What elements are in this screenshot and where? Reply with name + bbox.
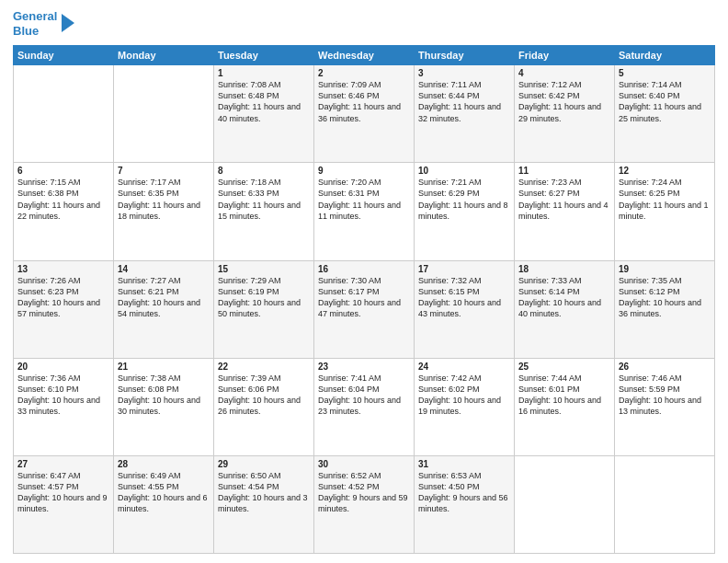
calendar-cell: 27Sunrise: 6:47 AMSunset: 4:57 PMDayligh… xyxy=(14,455,114,553)
calendar-cell: 9Sunrise: 7:20 AMSunset: 6:31 PMDaylight… xyxy=(314,163,415,260)
calendar-cell xyxy=(615,455,715,553)
day-info: Sunrise: 6:50 AMSunset: 4:54 PMDaylight:… xyxy=(218,470,310,515)
day-number: 7 xyxy=(118,166,210,176)
day-number: 23 xyxy=(318,362,410,372)
calendar-cell xyxy=(515,455,615,553)
day-info: Sunrise: 7:30 AMSunset: 6:17 PMDaylight:… xyxy=(318,275,410,320)
day-info: Sunrise: 7:11 AMSunset: 6:44 PMDaylight:… xyxy=(418,79,510,124)
calendar-week-row: 6Sunrise: 7:15 AMSunset: 6:38 PMDaylight… xyxy=(14,163,715,260)
day-info: Sunrise: 7:21 AMSunset: 6:29 PMDaylight:… xyxy=(418,177,510,222)
day-info: Sunrise: 7:29 AMSunset: 6:19 PMDaylight:… xyxy=(218,275,310,320)
calendar-cell: 30Sunrise: 6:52 AMSunset: 4:52 PMDayligh… xyxy=(314,455,415,553)
day-number: 2 xyxy=(318,68,410,78)
calendar-cell: 29Sunrise: 6:50 AMSunset: 4:54 PMDayligh… xyxy=(214,455,314,553)
calendar-cell: 23Sunrise: 7:41 AMSunset: 6:04 PMDayligh… xyxy=(314,358,415,455)
day-number: 17 xyxy=(418,264,510,274)
day-info: Sunrise: 7:24 AMSunset: 6:25 PMDaylight:… xyxy=(619,177,711,222)
day-info: Sunrise: 7:18 AMSunset: 6:33 PMDaylight:… xyxy=(218,177,310,222)
day-number: 25 xyxy=(518,362,610,372)
calendar-cell: 19Sunrise: 7:35 AMSunset: 6:12 PMDayligh… xyxy=(615,260,715,358)
day-number: 27 xyxy=(17,459,109,469)
calendar-cell: 20Sunrise: 7:36 AMSunset: 6:10 PMDayligh… xyxy=(14,358,114,455)
day-number: 12 xyxy=(619,166,711,176)
day-number: 19 xyxy=(619,264,711,274)
day-info: Sunrise: 7:12 AMSunset: 6:42 PMDaylight:… xyxy=(518,79,610,124)
calendar-cell: 28Sunrise: 6:49 AMSunset: 4:55 PMDayligh… xyxy=(114,455,214,553)
calendar-cell: 16Sunrise: 7:30 AMSunset: 6:17 PMDayligh… xyxy=(314,260,415,358)
calendar-cell: 25Sunrise: 7:44 AMSunset: 6:01 PMDayligh… xyxy=(515,358,615,455)
day-number: 3 xyxy=(418,68,510,78)
day-info: Sunrise: 7:46 AMSunset: 5:59 PMDaylight:… xyxy=(619,373,711,418)
day-number: 18 xyxy=(518,264,610,274)
day-info: Sunrise: 7:09 AMSunset: 6:46 PMDaylight:… xyxy=(318,79,410,124)
day-number: 13 xyxy=(17,264,109,274)
day-info: Sunrise: 7:41 AMSunset: 6:04 PMDaylight:… xyxy=(318,373,410,418)
day-info: Sunrise: 7:14 AMSunset: 6:40 PMDaylight:… xyxy=(619,79,711,124)
day-number: 5 xyxy=(619,68,711,78)
day-number: 26 xyxy=(619,362,711,372)
day-number: 21 xyxy=(118,362,210,372)
day-number: 11 xyxy=(518,166,610,176)
day-info: Sunrise: 7:32 AMSunset: 6:15 PMDaylight:… xyxy=(418,275,510,320)
logo-general: General xyxy=(13,9,57,23)
day-info: Sunrise: 7:15 AMSunset: 6:38 PMDaylight:… xyxy=(17,177,109,222)
day-number: 8 xyxy=(218,166,310,176)
day-info: Sunrise: 7:39 AMSunset: 6:06 PMDaylight:… xyxy=(218,373,310,418)
calendar-cell: 12Sunrise: 7:24 AMSunset: 6:25 PMDayligh… xyxy=(615,163,715,260)
day-info: Sunrise: 7:36 AMSunset: 6:10 PMDaylight:… xyxy=(17,373,109,418)
logo: General Blue xyxy=(13,9,74,38)
day-info: Sunrise: 7:17 AMSunset: 6:35 PMDaylight:… xyxy=(118,177,210,222)
day-info: Sunrise: 6:52 AMSunset: 4:52 PMDaylight:… xyxy=(318,470,410,515)
calendar-cell: 22Sunrise: 7:39 AMSunset: 6:06 PMDayligh… xyxy=(214,358,314,455)
calendar-week-row: 27Sunrise: 6:47 AMSunset: 4:57 PMDayligh… xyxy=(14,455,715,553)
header: General Blue xyxy=(13,9,715,38)
calendar-cell: 4Sunrise: 7:12 AMSunset: 6:42 PMDaylight… xyxy=(515,65,615,163)
day-number: 6 xyxy=(17,166,109,176)
calendar-cell: 5Sunrise: 7:14 AMSunset: 6:40 PMDaylight… xyxy=(615,65,715,163)
day-info: Sunrise: 6:47 AMSunset: 4:57 PMDaylight:… xyxy=(17,470,109,515)
day-info: Sunrise: 7:42 AMSunset: 6:02 PMDaylight:… xyxy=(418,373,510,418)
day-info: Sunrise: 7:33 AMSunset: 6:14 PMDaylight:… xyxy=(518,275,610,320)
day-number: 10 xyxy=(418,166,510,176)
day-number: 20 xyxy=(17,362,109,372)
day-number: 4 xyxy=(518,68,610,78)
day-info: Sunrise: 6:53 AMSunset: 4:50 PMDaylight:… xyxy=(418,470,510,515)
calendar-week-row: 13Sunrise: 7:26 AMSunset: 6:23 PMDayligh… xyxy=(14,260,715,358)
logo-blue: Blue xyxy=(13,24,39,38)
day-info: Sunrise: 7:44 AMSunset: 6:01 PMDaylight:… xyxy=(518,373,610,418)
calendar-cell: 10Sunrise: 7:21 AMSunset: 6:29 PMDayligh… xyxy=(415,163,515,260)
day-info: Sunrise: 6:49 AMSunset: 4:55 PMDaylight:… xyxy=(118,470,210,515)
day-info: Sunrise: 7:26 AMSunset: 6:23 PMDaylight:… xyxy=(17,275,109,320)
day-number: 24 xyxy=(418,362,510,372)
calendar-cell: 7Sunrise: 7:17 AMSunset: 6:35 PMDaylight… xyxy=(114,163,214,260)
day-number: 30 xyxy=(318,459,410,469)
calendar-cell xyxy=(114,65,214,163)
weekday-header-tuesday: Tuesday xyxy=(214,46,314,65)
calendar-cell: 15Sunrise: 7:29 AMSunset: 6:19 PMDayligh… xyxy=(214,260,314,358)
day-number: 15 xyxy=(218,264,310,274)
calendar-cell: 14Sunrise: 7:27 AMSunset: 6:21 PMDayligh… xyxy=(114,260,214,358)
day-info: Sunrise: 7:27 AMSunset: 6:21 PMDaylight:… xyxy=(118,275,210,320)
day-number: 1 xyxy=(218,68,310,78)
calendar-cell: 18Sunrise: 7:33 AMSunset: 6:14 PMDayligh… xyxy=(515,260,615,358)
calendar-cell: 26Sunrise: 7:46 AMSunset: 5:59 PMDayligh… xyxy=(615,358,715,455)
calendar-cell: 17Sunrise: 7:32 AMSunset: 6:15 PMDayligh… xyxy=(415,260,515,358)
day-number: 31 xyxy=(418,459,510,469)
calendar-cell: 21Sunrise: 7:38 AMSunset: 6:08 PMDayligh… xyxy=(114,358,214,455)
weekday-header-monday: Monday xyxy=(114,46,214,65)
day-number: 22 xyxy=(218,362,310,372)
day-number: 29 xyxy=(218,459,310,469)
logo-arrow-icon xyxy=(62,14,74,32)
calendar-cell: 3Sunrise: 7:11 AMSunset: 6:44 PMDaylight… xyxy=(415,65,515,163)
day-number: 16 xyxy=(318,264,410,274)
day-number: 14 xyxy=(118,264,210,274)
day-info: Sunrise: 7:23 AMSunset: 6:27 PMDaylight:… xyxy=(518,177,610,222)
calendar-week-row: 20Sunrise: 7:36 AMSunset: 6:10 PMDayligh… xyxy=(14,358,715,455)
calendar-cell: 8Sunrise: 7:18 AMSunset: 6:33 PMDaylight… xyxy=(214,163,314,260)
calendar-cell: 13Sunrise: 7:26 AMSunset: 6:23 PMDayligh… xyxy=(14,260,114,358)
calendar-cell: 31Sunrise: 6:53 AMSunset: 4:50 PMDayligh… xyxy=(415,455,515,553)
day-info: Sunrise: 7:38 AMSunset: 6:08 PMDaylight:… xyxy=(118,373,210,418)
day-number: 28 xyxy=(118,459,210,469)
calendar-week-row: 1Sunrise: 7:08 AMSunset: 6:48 PMDaylight… xyxy=(14,65,715,163)
calendar-cell: 11Sunrise: 7:23 AMSunset: 6:27 PMDayligh… xyxy=(515,163,615,260)
